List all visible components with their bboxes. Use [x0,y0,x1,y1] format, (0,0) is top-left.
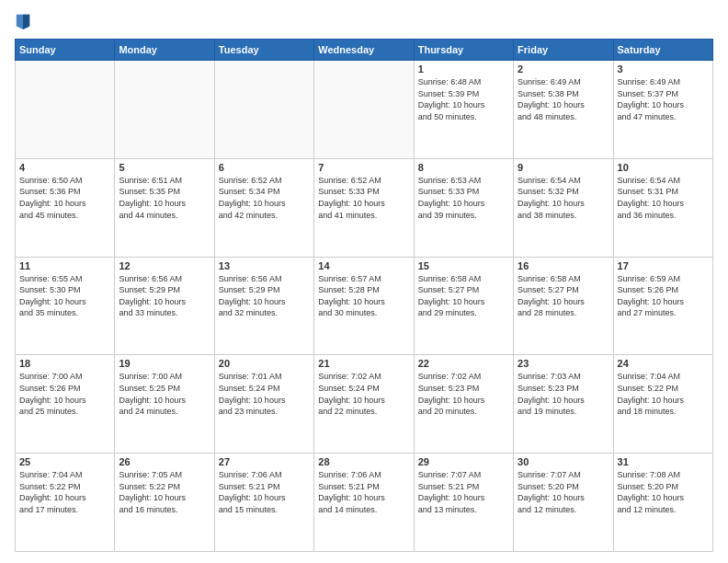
calendar-cell: 12Sunrise: 6:56 AM Sunset: 5:29 PM Dayli… [115,257,214,355]
day-number: 27 [219,456,310,467]
calendar-cell: 16Sunrise: 6:58 AM Sunset: 5:27 PM Dayli… [514,257,613,355]
calendar-cell [115,61,214,159]
logo-icon [15,11,31,31]
day-number: 26 [119,456,210,467]
day-number: 18 [19,358,110,369]
day-number: 4 [19,162,110,173]
day-header-monday: Monday [115,40,214,61]
calendar-cell: 26Sunrise: 7:05 AM Sunset: 5:22 PM Dayli… [115,454,214,552]
calendar-cell: 15Sunrise: 6:58 AM Sunset: 5:27 PM Dayli… [414,257,513,355]
day-number: 7 [318,162,409,173]
page: SundayMondayTuesdayWednesdayThursdayFrid… [0,0,728,563]
day-info: Sunrise: 7:04 AM Sunset: 5:22 PM Dayligh… [618,371,709,417]
day-header-tuesday: Tuesday [214,40,313,61]
day-info: Sunrise: 6:52 AM Sunset: 5:34 PM Dayligh… [219,175,310,221]
day-info: Sunrise: 7:00 AM Sunset: 5:25 PM Dayligh… [119,371,210,417]
day-number: 28 [318,456,409,467]
day-info: Sunrise: 6:51 AM Sunset: 5:35 PM Dayligh… [119,175,210,221]
day-info: Sunrise: 6:50 AM Sunset: 5:36 PM Dayligh… [19,175,110,221]
svg-marker-1 [23,15,29,29]
day-info: Sunrise: 6:54 AM Sunset: 5:32 PM Dayligh… [518,175,609,221]
day-info: Sunrise: 6:49 AM Sunset: 5:37 PM Dayligh… [618,76,709,122]
day-number: 13 [219,260,310,271]
calendar-cell: 28Sunrise: 7:06 AM Sunset: 5:21 PM Dayli… [314,454,414,552]
day-info: Sunrise: 7:02 AM Sunset: 5:24 PM Dayligh… [318,371,409,417]
day-number: 21 [318,358,409,369]
day-info: Sunrise: 6:53 AM Sunset: 5:33 PM Dayligh… [418,175,509,221]
day-number: 2 [518,63,609,75]
day-info: Sunrise: 6:58 AM Sunset: 5:27 PM Dayligh… [518,273,609,319]
calendar-table: SundayMondayTuesdayWednesdayThursdayFrid… [15,39,713,552]
calendar-cell: 6Sunrise: 6:52 AM Sunset: 5:34 PM Daylig… [214,158,313,257]
calendar-cell: 21Sunrise: 7:02 AM Sunset: 5:24 PM Dayli… [314,355,414,454]
calendar-cell: 17Sunrise: 6:59 AM Sunset: 5:26 PM Dayli… [613,257,712,355]
day-info: Sunrise: 6:57 AM Sunset: 5:28 PM Dayligh… [318,273,409,319]
week-row-1: 4Sunrise: 6:50 AM Sunset: 5:36 PM Daylig… [16,158,713,257]
day-info: Sunrise: 7:07 AM Sunset: 5:21 PM Dayligh… [418,469,509,515]
day-info: Sunrise: 6:56 AM Sunset: 5:29 PM Dayligh… [119,273,210,319]
day-info: Sunrise: 7:08 AM Sunset: 5:20 PM Dayligh… [618,469,709,515]
day-number: 14 [318,260,409,271]
day-info: Sunrise: 6:49 AM Sunset: 5:38 PM Dayligh… [518,76,609,122]
calendar-cell: 25Sunrise: 7:04 AM Sunset: 5:22 PM Dayli… [16,454,115,552]
calendar-cell: 24Sunrise: 7:04 AM Sunset: 5:22 PM Dayli… [613,355,712,454]
day-info: Sunrise: 6:55 AM Sunset: 5:30 PM Dayligh… [19,273,110,319]
day-number: 12 [119,260,210,271]
day-number: 20 [219,358,310,369]
day-number: 6 [219,162,310,173]
calendar-cell: 11Sunrise: 6:55 AM Sunset: 5:30 PM Dayli… [16,257,115,355]
week-row-4: 25Sunrise: 7:04 AM Sunset: 5:22 PM Dayli… [16,454,713,552]
day-info: Sunrise: 6:48 AM Sunset: 5:39 PM Dayligh… [418,76,509,122]
day-header-wednesday: Wednesday [314,40,414,61]
day-header-thursday: Thursday [414,40,513,61]
calendar-cell: 1Sunrise: 6:48 AM Sunset: 5:39 PM Daylig… [414,61,513,159]
day-info: Sunrise: 6:56 AM Sunset: 5:29 PM Dayligh… [219,273,310,319]
day-info: Sunrise: 7:07 AM Sunset: 5:20 PM Dayligh… [518,469,609,515]
calendar-cell: 2Sunrise: 6:49 AM Sunset: 5:38 PM Daylig… [514,61,613,159]
day-number: 29 [418,456,509,467]
day-number: 1 [418,63,509,75]
calendar-cell: 19Sunrise: 7:00 AM Sunset: 5:25 PM Dayli… [115,355,214,454]
calendar-cell: 14Sunrise: 6:57 AM Sunset: 5:28 PM Dayli… [314,257,414,355]
day-info: Sunrise: 6:59 AM Sunset: 5:26 PM Dayligh… [618,273,709,319]
day-number: 11 [19,260,110,271]
calendar-cell [16,61,115,159]
calendar-cell: 9Sunrise: 6:54 AM Sunset: 5:32 PM Daylig… [514,158,613,257]
calendar-cell: 23Sunrise: 7:03 AM Sunset: 5:23 PM Dayli… [514,355,613,454]
header [15,11,713,31]
calendar-cell: 8Sunrise: 6:53 AM Sunset: 5:33 PM Daylig… [414,158,513,257]
day-number: 10 [618,162,709,173]
day-number: 9 [518,162,609,173]
day-number: 16 [518,260,609,271]
day-number: 8 [418,162,509,173]
calendar-cell: 4Sunrise: 6:50 AM Sunset: 5:36 PM Daylig… [16,158,115,257]
day-number: 19 [119,358,210,369]
day-number: 22 [418,358,509,369]
day-info: Sunrise: 7:05 AM Sunset: 5:22 PM Dayligh… [119,469,210,515]
week-row-2: 11Sunrise: 6:55 AM Sunset: 5:30 PM Dayli… [16,257,713,355]
calendar-cell: 5Sunrise: 6:51 AM Sunset: 5:35 PM Daylig… [115,158,214,257]
day-number: 3 [618,63,709,75]
calendar-cell: 7Sunrise: 6:52 AM Sunset: 5:33 PM Daylig… [314,158,414,257]
day-number: 30 [518,456,609,467]
day-info: Sunrise: 7:04 AM Sunset: 5:22 PM Dayligh… [19,469,110,515]
day-number: 5 [119,162,210,173]
day-number: 31 [618,456,709,467]
day-info: Sunrise: 6:58 AM Sunset: 5:27 PM Dayligh… [418,273,509,319]
calendar-cell [214,61,313,159]
day-header-friday: Friday [514,40,613,61]
day-info: Sunrise: 6:52 AM Sunset: 5:33 PM Dayligh… [318,175,409,221]
day-info: Sunrise: 6:54 AM Sunset: 5:31 PM Dayligh… [618,175,709,221]
calendar-cell: 30Sunrise: 7:07 AM Sunset: 5:20 PM Dayli… [514,454,613,552]
day-number: 17 [618,260,709,271]
week-row-0: 1Sunrise: 6:48 AM Sunset: 5:39 PM Daylig… [16,61,713,159]
day-info: Sunrise: 7:06 AM Sunset: 5:21 PM Dayligh… [318,469,409,515]
day-header-saturday: Saturday [613,40,712,61]
day-number: 25 [19,456,110,467]
calendar-cell: 29Sunrise: 7:07 AM Sunset: 5:21 PM Dayli… [414,454,513,552]
day-header-sunday: Sunday [16,40,115,61]
day-info: Sunrise: 7:00 AM Sunset: 5:26 PM Dayligh… [19,371,110,417]
day-info: Sunrise: 7:01 AM Sunset: 5:24 PM Dayligh… [219,371,310,417]
calendar-cell: 31Sunrise: 7:08 AM Sunset: 5:20 PM Dayli… [613,454,712,552]
week-row-3: 18Sunrise: 7:00 AM Sunset: 5:26 PM Dayli… [16,355,713,454]
